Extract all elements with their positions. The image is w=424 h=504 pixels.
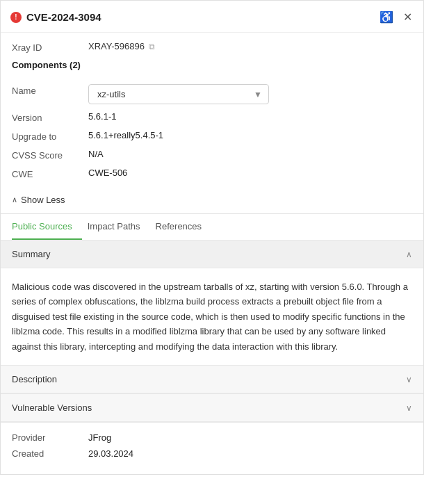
created-label: Created — [12, 448, 88, 459]
upgrade-value: 5.6.1+really5.4.5-1 — [88, 130, 163, 140]
upgrade-row: Upgrade to 5.6.1+really5.4.5-1 — [12, 130, 412, 142]
summary-accordion-body: Malicious code was discovered in the ups… — [1, 268, 423, 365]
tab-impact-paths-label: Impact Paths — [88, 221, 140, 231]
upgrade-label: Upgrade to — [12, 130, 88, 142]
created-row: Created 29.03.2024 — [12, 448, 412, 459]
cwe-row: CWE CWE-506 — [12, 168, 412, 179]
summary-text: Malicious code was discovered in the ups… — [12, 279, 412, 354]
version-row: Version 5.6.1-1 — [12, 111, 412, 123]
chevron-up-icon: ∧ — [12, 195, 17, 204]
tab-public-sources[interactable]: Public Sources — [12, 214, 82, 240]
tab-public-sources-label: Public Sources — [12, 221, 72, 231]
vulnerable-versions-chevron-icon: ∨ — [406, 403, 412, 413]
vulnerable-versions-accordion-header[interactable]: Vulnerable Versions ∨ — [1, 394, 423, 422]
xray-id-text: XRAY-596896 — [88, 41, 145, 51]
summary-accordion: Summary ∧ Malicious code was discovered … — [1, 240, 423, 365]
cvss-row: CVSS Score N/A — [12, 149, 412, 161]
content-section: Summary ∧ Malicious code was discovered … — [1, 240, 423, 474]
version-label: Version — [12, 111, 88, 123]
description-accordion-header[interactable]: Description ∨ — [1, 366, 423, 393]
fields-section: Xray ID XRAY-596896 ⧉ Components (2) Nam… — [1, 33, 423, 189]
xray-id-label: Xray ID — [12, 41, 88, 53]
description-title: Description — [12, 374, 57, 384]
panel-header: ! CVE-2024-3094 ♿ ✕ — [1, 1, 423, 33]
name-dropdown[interactable]: xz-utils — [88, 84, 269, 104]
xray-id-value: XRAY-596896 ⧉ — [88, 41, 155, 51]
vulnerable-versions-title: Vulnerable Versions — [12, 403, 92, 413]
cvss-value: N/A — [88, 149, 104, 159]
description-chevron-icon: ∨ — [406, 375, 412, 384]
show-less-button[interactable]: ∧ Show Less — [1, 189, 76, 213]
cwe-label: CWE — [12, 168, 88, 179]
summary-accordion-header[interactable]: Summary ∧ — [1, 241, 423, 268]
summary-title: Summary — [12, 249, 51, 259]
accessibility-button[interactable]: ♿ — [378, 9, 395, 25]
tab-references-label: References — [156, 221, 202, 231]
provider-label: Provider — [12, 432, 88, 443]
provider-row: Provider JFrog — [12, 432, 412, 443]
components-title: Components (2) — [12, 60, 81, 70]
accessibility-icon: ♿ — [380, 10, 393, 24]
cvss-label: CVSS Score — [12, 149, 88, 161]
meta-section: Provider JFrog Created 29.03.2024 — [1, 422, 423, 474]
cve-panel: ! CVE-2024-3094 ♿ ✕ Xray ID XRAY-596896 … — [0, 0, 424, 475]
show-less-label: Show Less — [21, 195, 65, 205]
cwe-value: CWE-506 — [88, 168, 127, 178]
close-icon: ✕ — [403, 10, 412, 24]
copy-icon[interactable]: ⧉ — [149, 42, 155, 51]
severity-icon: ! — [10, 12, 22, 23]
xray-id-row: Xray ID XRAY-596896 ⧉ — [12, 41, 412, 53]
name-row: Name xz-utils ▼ — [12, 84, 412, 104]
tab-references[interactable]: References — [156, 214, 211, 240]
close-button[interactable]: ✕ — [402, 9, 414, 25]
created-value: 29.03.2024 — [88, 448, 133, 459]
tab-impact-paths[interactable]: Impact Paths — [88, 214, 150, 240]
description-accordion: Description ∨ — [1, 365, 423, 393]
header-actions: ♿ ✕ — [378, 9, 414, 25]
summary-chevron-icon: ∧ — [406, 250, 412, 259]
vulnerable-versions-accordion: Vulnerable Versions ∨ — [1, 393, 423, 422]
name-label: Name — [12, 84, 88, 96]
tabs-section: Public Sources Impact Paths References — [1, 213, 423, 240]
name-dropdown-container: xz-utils ▼ — [88, 84, 269, 104]
version-value: 5.6.1-1 — [88, 111, 116, 122]
panel-title: ! CVE-2024-3094 — [10, 11, 101, 23]
components-header-row: Components (2) — [12, 60, 412, 77]
provider-value: JFrog — [88, 432, 111, 443]
cve-title: CVE-2024-3094 — [26, 11, 101, 23]
